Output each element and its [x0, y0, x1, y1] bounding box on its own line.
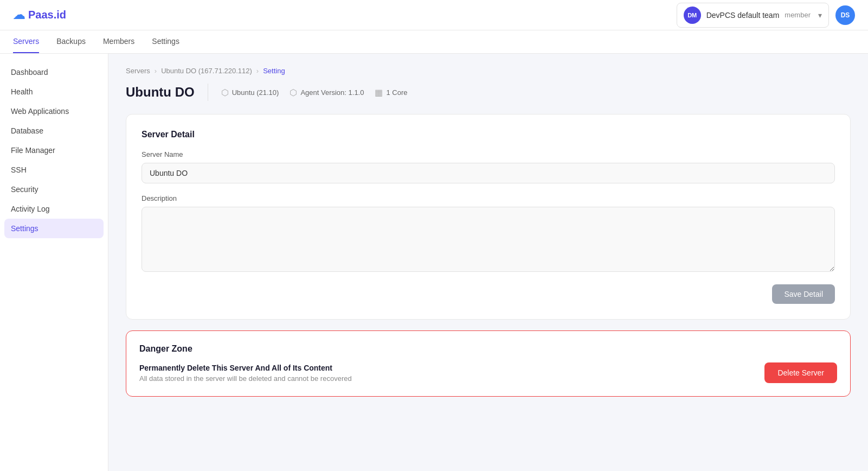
- sidebar-item-security[interactable]: Security: [0, 180, 108, 199]
- server-detail-card: Server Detail Server Name Description Sa…: [126, 114, 851, 320]
- main-content: Servers › Ubuntu DO (167.71.220.112) › S…: [108, 54, 868, 471]
- breadcrumb-sep-2: ›: [256, 67, 259, 75]
- logo-icon: ☁: [13, 8, 25, 22]
- os-icon: ⬡: [221, 87, 229, 98]
- breadcrumb-servers[interactable]: Servers: [126, 67, 150, 75]
- team-selector[interactable]: DM DevPCS default team member ▾: [677, 3, 829, 28]
- chevron-down-icon: ▾: [818, 11, 822, 20]
- meta-os: ⬡ Ubuntu (21.10): [221, 87, 279, 98]
- sidebar: Dashboard Health Web Applications Databa…: [0, 54, 108, 471]
- danger-zone-title: Danger Zone: [139, 344, 837, 354]
- danger-zone-card: Danger Zone Permanently Delete This Serv…: [126, 330, 851, 397]
- danger-row: Permanently Delete This Server And All o…: [139, 362, 837, 383]
- meta-cores: ▦ 1 Core: [375, 87, 407, 98]
- save-detail-button[interactable]: Save Detail: [772, 284, 835, 304]
- nav-settings[interactable]: Settings: [152, 30, 179, 53]
- cores-icon: ▦: [375, 87, 383, 98]
- danger-delete-desc: All data stored in the server will be de…: [139, 374, 352, 383]
- sidebar-item-database[interactable]: Database: [0, 121, 108, 141]
- page-title: Ubuntu DO: [126, 85, 195, 100]
- description-label: Description: [142, 194, 835, 202]
- team-name: DevPCS default team: [706, 11, 780, 20]
- header-divider: [208, 84, 208, 101]
- danger-info: Permanently Delete This Server And All o…: [139, 364, 352, 383]
- server-name-group: Server Name: [142, 150, 835, 183]
- topbar: ☁ Paas.id DM DevPCS default team member …: [0, 0, 868, 30]
- sidebar-item-health[interactable]: Health: [0, 82, 108, 101]
- user-avatar[interactable]: DS: [835, 5, 855, 25]
- sidebar-item-web-applications[interactable]: Web Applications: [0, 101, 108, 121]
- description-textarea[interactable]: [142, 207, 835, 272]
- sidebar-item-settings[interactable]: Settings: [4, 219, 104, 238]
- meta-os-label: Ubuntu (21.10): [232, 88, 279, 97]
- server-name-label: Server Name: [142, 150, 835, 158]
- team-avatar: DM: [684, 7, 701, 24]
- sidebar-item-activity-log[interactable]: Activity Log: [0, 199, 108, 219]
- description-group: Description: [142, 194, 835, 273]
- layout: Dashboard Health Web Applications Databa…: [0, 54, 868, 471]
- nav-members[interactable]: Members: [103, 30, 134, 53]
- topbar-right: DM DevPCS default team member ▾ DS: [677, 3, 855, 28]
- server-detail-title: Server Detail: [142, 130, 835, 139]
- server-name-input[interactable]: [142, 163, 835, 183]
- delete-server-button[interactable]: Delete Server: [764, 362, 837, 383]
- meta-agent: ⬡ Agent Version: 1.1.0: [290, 87, 364, 98]
- form-actions: Save Detail: [142, 284, 835, 304]
- nav-servers[interactable]: Servers: [13, 30, 39, 53]
- sidebar-item-file-manager[interactable]: File Manager: [0, 141, 108, 160]
- sidebar-item-dashboard[interactable]: Dashboard: [0, 62, 108, 82]
- nav-backups[interactable]: Backups: [56, 30, 86, 53]
- meta-cores-label: 1 Core: [386, 88, 407, 97]
- danger-delete-title: Permanently Delete This Server And All o…: [139, 364, 352, 372]
- team-role: member: [785, 11, 811, 19]
- logo[interactable]: ☁ Paas.id: [13, 8, 66, 22]
- breadcrumb-server-name[interactable]: Ubuntu DO (167.71.220.112): [161, 67, 252, 75]
- page-meta: ⬡ Ubuntu (21.10) ⬡ Agent Version: 1.1.0 …: [221, 87, 408, 98]
- breadcrumb-sep-1: ›: [155, 67, 157, 75]
- page-header: Ubuntu DO ⬡ Ubuntu (21.10) ⬡ Agent Versi…: [126, 84, 851, 101]
- sidebar-item-ssh[interactable]: SSH: [0, 160, 108, 180]
- main-nav: Servers Backups Members Settings: [0, 30, 868, 54]
- agent-icon: ⬡: [290, 87, 297, 98]
- breadcrumb: Servers › Ubuntu DO (167.71.220.112) › S…: [126, 67, 851, 75]
- breadcrumb-current: Setting: [263, 67, 285, 75]
- meta-agent-label: Agent Version: 1.1.0: [300, 88, 364, 97]
- logo-text: Paas.id: [28, 9, 66, 21]
